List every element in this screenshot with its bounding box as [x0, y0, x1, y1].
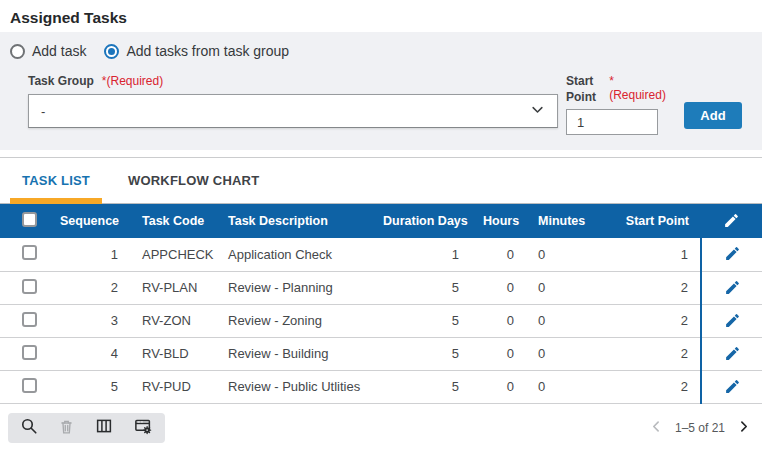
pencil-icon — [724, 245, 741, 262]
row-checkbox[interactable] — [22, 245, 37, 260]
start-point-input[interactable] — [566, 109, 658, 135]
edit-row-button[interactable] — [720, 343, 745, 364]
pencil-icon — [724, 378, 741, 395]
column-header-duration-days: Duration Days — [371, 204, 471, 238]
cell-duration-days: 5 — [371, 304, 471, 337]
cell-minutes: 0 — [526, 304, 591, 337]
cell-task-code: RV-PLAN — [130, 271, 216, 304]
cell-start-point: 2 — [591, 337, 701, 370]
row-checkbox[interactable] — [22, 378, 37, 393]
task-group-required-label: *(Required) — [102, 74, 163, 88]
add-task-form: Task Group *(Required) - Start Point *(R… — [28, 74, 752, 135]
start-point-required-label: *(Required) — [609, 74, 666, 102]
toolbar-icon-group — [8, 413, 165, 443]
tab-task-list[interactable]: TASK LIST — [10, 158, 102, 203]
cell-task-description: Review - Building — [216, 337, 371, 370]
pencil-icon — [724, 312, 741, 329]
column-header-minutes: Minutes — [526, 204, 591, 238]
radio-add-tasks-from-group[interactable]: Add tasks from task group — [104, 43, 289, 59]
cell-task-code: APPCHECK — [130, 238, 216, 271]
pencil-icon — [724, 279, 741, 296]
cell-sequence: 1 — [48, 238, 130, 271]
cell-task-description: Review - Zoning — [216, 304, 371, 337]
delete-button[interactable] — [58, 418, 75, 438]
cell-hours: 0 — [471, 304, 526, 337]
edit-row-button[interactable] — [720, 310, 745, 331]
cell-minutes: 0 — [526, 337, 591, 370]
cell-sequence: 5 — [48, 370, 130, 403]
column-header-start-point: Start Point — [591, 204, 701, 238]
start-point-label: Start Point — [566, 74, 601, 105]
radio-add-task[interactable]: Add task — [10, 43, 86, 59]
column-header-task-code: Task Code — [130, 204, 216, 238]
cell-duration-days: 5 — [371, 370, 471, 403]
add-mode-radio-group: Add task Add tasks from task group — [10, 40, 752, 62]
table-row: 2 RV-PLAN Review - Planning 5 0 0 2 — [0, 271, 762, 304]
table-row: 3 RV-ZON Review - Zoning 5 0 0 2 — [0, 304, 762, 337]
column-header-sequence: Sequence — [48, 204, 130, 238]
table-row: 1 APPCHECK Application Check 1 0 0 1 — [0, 238, 762, 271]
table-settings-icon — [133, 417, 153, 438]
cell-task-description: Application Check — [216, 238, 371, 271]
task-group-field: Task Group *(Required) - — [28, 74, 558, 128]
page-title: Assigned Tasks — [0, 0, 762, 32]
columns-button[interactable] — [95, 417, 113, 438]
cell-sequence: 3 — [48, 304, 130, 337]
cell-hours: 0 — [471, 337, 526, 370]
cell-sequence: 4 — [48, 337, 130, 370]
task-group-label: Task Group — [28, 74, 94, 88]
select-all-checkbox[interactable] — [22, 212, 37, 227]
chevron-down-icon — [530, 102, 545, 120]
cell-start-point: 2 — [591, 271, 701, 304]
tab-bar: TASK LIST WORKFLOW CHART — [0, 158, 762, 204]
cell-start-point: 1 — [591, 238, 701, 271]
cell-start-point: 2 — [591, 304, 701, 337]
task-table: Sequence Task Code Task Description Dura… — [0, 204, 762, 404]
start-point-field: Start Point *(Required) — [566, 74, 666, 135]
table-row: 4 RV-BLD Review - Building 5 0 0 2 — [0, 337, 762, 370]
assigned-tasks-page: Assigned Tasks Add task Add tasks from t… — [0, 0, 762, 452]
pagination: 1–5 of 21 — [650, 420, 750, 436]
columns-icon — [95, 417, 113, 438]
add-task-panel: Add task Add tasks from task group Task … — [0, 32, 762, 150]
prev-page-button[interactable] — [650, 420, 663, 436]
cell-duration-days: 5 — [371, 271, 471, 304]
cell-minutes: 0 — [526, 370, 591, 403]
tab-workflow-chart[interactable]: WORKFLOW CHART — [116, 158, 271, 203]
task-group-selected-value: - — [41, 104, 45, 119]
column-header-hours: Hours — [471, 204, 526, 238]
cell-duration-days: 5 — [371, 337, 471, 370]
edit-row-button[interactable] — [720, 277, 745, 298]
table-toolbar: 1–5 of 21 — [0, 413, 762, 443]
edit-row-button[interactable] — [720, 243, 745, 264]
table-settings-button[interactable] — [133, 417, 153, 438]
chevron-right-icon — [737, 420, 750, 436]
row-checkbox[interactable] — [22, 312, 37, 327]
cell-task-description: Review - Public Utlities — [216, 370, 371, 403]
cell-sequence: 2 — [48, 271, 130, 304]
cell-task-code: RV-BLD — [130, 337, 216, 370]
row-checkbox[interactable] — [22, 345, 37, 360]
search-button[interactable] — [20, 417, 38, 438]
chevron-left-icon — [650, 420, 663, 436]
add-button[interactable]: Add — [684, 102, 742, 129]
cell-task-code: RV-PUD — [130, 370, 216, 403]
cell-minutes: 0 — [526, 271, 591, 304]
column-header-task-description: Task Description — [216, 204, 371, 238]
table-row: 5 RV-PUD Review - Public Utlities 5 0 0 … — [0, 370, 762, 403]
cell-duration-days: 1 — [371, 238, 471, 271]
cell-task-description: Review - Planning — [216, 271, 371, 304]
radio-unselected-icon[interactable] — [10, 44, 25, 59]
edit-row-button[interactable] — [720, 376, 745, 397]
edit-all-button[interactable] — [719, 210, 744, 231]
next-page-button[interactable] — [737, 420, 750, 436]
task-group-select[interactable]: - — [28, 94, 558, 128]
pencil-icon — [723, 212, 740, 229]
radio-selected-icon[interactable] — [104, 44, 119, 59]
radio-add-task-label: Add task — [32, 43, 86, 59]
cell-task-code: RV-ZON — [130, 304, 216, 337]
trash-icon — [58, 418, 75, 438]
table-header-row: Sequence Task Code Task Description Dura… — [0, 204, 762, 238]
cell-minutes: 0 — [526, 238, 591, 271]
row-checkbox[interactable] — [22, 279, 37, 294]
